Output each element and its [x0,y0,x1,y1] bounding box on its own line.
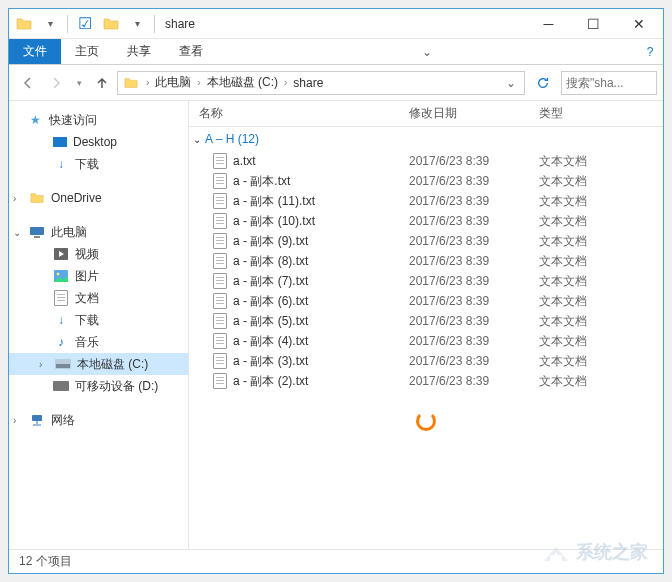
file-row[interactable]: a - 副本 (11).txt2017/6/23 8:39文本文档 [189,191,663,211]
sidebar-item-label: 下载 [75,312,99,329]
svg-rect-8 [32,415,42,421]
divider [67,15,68,33]
sidebar-item-label: 此电脑 [51,224,87,241]
documents-icon [53,290,69,306]
file-type: 文本文档 [529,353,629,370]
sidebar-item-pictures[interactable]: 图片 [9,265,188,287]
file-name: a.txt [233,154,256,168]
chevron-right-icon[interactable]: › [142,77,153,88]
file-row[interactable]: a - 副本 (3).txt2017/6/23 8:39文本文档 [189,351,663,371]
sidebar-item-localdisk[interactable]: › 本地磁盘 (C:) [9,353,188,375]
file-date: 2017/6/23 8:39 [399,254,529,268]
address-dropdown[interactable]: ⌄ [500,76,522,90]
qat-dropdown-icon[interactable]: ▾ [128,15,146,33]
text-file-icon [213,313,227,329]
search-box[interactable] [561,71,657,95]
download-icon: ↓ [53,312,69,328]
file-row[interactable]: a - 副本 (7).txt2017/6/23 8:39文本文档 [189,271,663,291]
file-date: 2017/6/23 8:39 [399,294,529,308]
svg-rect-0 [30,227,44,235]
file-date: 2017/6/23 8:39 [399,174,529,188]
network-icon [29,412,45,428]
svg-point-4 [57,273,60,276]
sidebar-item-music[interactable]: ♪ 音乐 [9,331,188,353]
breadcrumb-folder[interactable]: share [291,76,325,90]
column-type[interactable]: 类型 [529,105,629,122]
back-button[interactable] [15,70,41,96]
breadcrumb-drive[interactable]: 本地磁盘 (C:) [205,74,280,91]
sidebar-item-label: 视频 [75,246,99,263]
chevron-right-icon[interactable]: › [39,359,49,370]
sidebar-item-thispc[interactable]: ⌄ 此电脑 [9,221,188,243]
file-row[interactable]: a - 副本 (10).txt2017/6/23 8:39文本文档 [189,211,663,231]
ribbon-expand-button[interactable]: ⌄ [414,39,440,64]
chevron-right-icon[interactable]: › [280,77,291,88]
properties-icon[interactable]: ☑ [76,15,94,33]
maximize-button[interactable]: ☐ [571,9,616,39]
file-row[interactable]: a - 副本.txt2017/6/23 8:39文本文档 [189,171,663,191]
file-row[interactable]: a - 副本 (9).txt2017/6/23 8:39文本文档 [189,231,663,251]
file-row[interactable]: a - 副本 (2).txt2017/6/23 8:39文本文档 [189,371,663,391]
help-button[interactable]: ? [637,39,663,64]
close-button[interactable]: ✕ [616,9,661,39]
column-headers: 名称 修改日期 类型 [189,101,663,127]
chevron-right-icon[interactable]: › [13,415,23,426]
text-file-icon [213,373,227,389]
file-type: 文本文档 [529,173,629,190]
file-row[interactable]: a - 副本 (4).txt2017/6/23 8:39文本文档 [189,331,663,351]
text-file-icon [213,193,227,209]
sidebar-item-videos[interactable]: 视频 [9,243,188,265]
column-date[interactable]: 修改日期 [399,105,529,122]
sidebar-item-documents[interactable]: 文档 [9,287,188,309]
tab-view[interactable]: 查看 [165,39,217,64]
sidebar-item-desktop[interactable]: Desktop [9,131,188,153]
refresh-button[interactable] [531,71,555,95]
folder-icon [122,74,140,92]
group-header[interactable]: ⌄ A – H (12) [189,127,663,151]
file-date: 2017/6/23 8:39 [399,374,529,388]
sidebar-item-removable[interactable]: 可移动设备 (D:) [9,375,188,397]
file-name: a - 副本 (7).txt [233,273,308,290]
file-type: 文本文档 [529,313,629,330]
sidebar-item-onedrive[interactable]: › OneDrive [9,187,188,209]
tab-home[interactable]: 主页 [61,39,113,64]
tab-share[interactable]: 共享 [113,39,165,64]
file-row[interactable]: a - 副本 (5).txt2017/6/23 8:39文本文档 [189,311,663,331]
chevron-right-icon[interactable]: › [193,77,204,88]
new-folder-icon[interactable] [102,15,120,33]
file-row[interactable]: a - 副本 (6).txt2017/6/23 8:39文本文档 [189,291,663,311]
drive-icon [53,378,69,394]
search-input[interactable] [566,76,652,90]
star-icon: ★ [27,112,43,128]
chevron-right-icon[interactable]: › [13,193,23,204]
file-row[interactable]: a.txt2017/6/23 8:39文本文档 [189,151,663,171]
breadcrumb-pc[interactable]: 此电脑 [153,74,193,91]
sidebar-item-quickaccess[interactable]: ★ 快速访问 [9,109,188,131]
loading-spinner-icon [416,411,436,431]
file-type: 文本文档 [529,253,629,270]
recent-dropdown[interactable]: ▾ [71,70,87,96]
divider [154,15,155,33]
file-name: a - 副本 (8).txt [233,253,308,270]
sidebar-item-downloads2[interactable]: ↓ 下载 [9,309,188,331]
explorer-window: ▾ ☑ ▾ share ─ ☐ ✕ 文件 主页 共享 查看 ⌄ ? ▾ › 此电… [8,8,664,574]
sidebar-item-label: 本地磁盘 (C:) [77,356,148,373]
chevron-down-icon[interactable]: ⌄ [13,227,23,238]
address-bar[interactable]: › 此电脑 › 本地磁盘 (C:) › share ⌄ [117,71,525,95]
minimize-button[interactable]: ─ [526,9,571,39]
column-name[interactable]: 名称 [189,105,399,122]
up-button[interactable] [89,70,115,96]
file-name: a - 副本 (9).txt [233,233,308,250]
music-icon: ♪ [53,334,69,350]
text-file-icon [213,233,227,249]
ribbon: 文件 主页 共享 查看 ⌄ ? [9,39,663,65]
file-date: 2017/6/23 8:39 [399,354,529,368]
text-file-icon [213,333,227,349]
sidebar-item-network[interactable]: › 网络 [9,409,188,431]
forward-button[interactable] [43,70,69,96]
file-type: 文本文档 [529,273,629,290]
sidebar-item-downloads[interactable]: ↓ 下载 [9,153,188,175]
file-row[interactable]: a - 副本 (8).txt2017/6/23 8:39文本文档 [189,251,663,271]
text-file-icon [213,293,227,309]
tab-file[interactable]: 文件 [9,39,61,64]
